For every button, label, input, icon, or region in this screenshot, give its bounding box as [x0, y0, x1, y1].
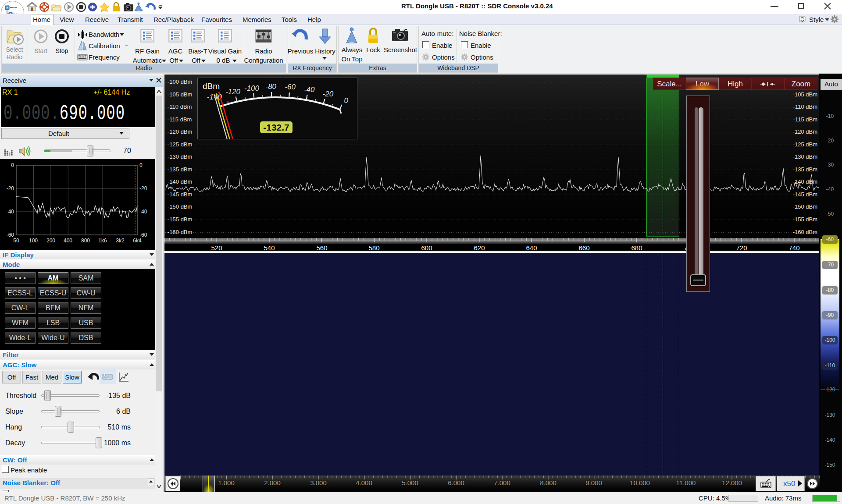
svg-text:dBm: dBm — [203, 82, 220, 91]
svg-text:-20: -20 — [323, 90, 334, 98]
svg-text:-120: -120 — [225, 88, 241, 96]
svg-text:-100: -100 — [244, 84, 260, 92]
svg-text:0: 0 — [344, 96, 349, 105]
svg-text:-80: -80 — [266, 82, 277, 91]
svg-text:-132.7: -132.7 — [263, 122, 289, 132]
svg-text:-40: -40 — [304, 85, 315, 94]
svg-text:-60: -60 — [285, 83, 296, 91]
